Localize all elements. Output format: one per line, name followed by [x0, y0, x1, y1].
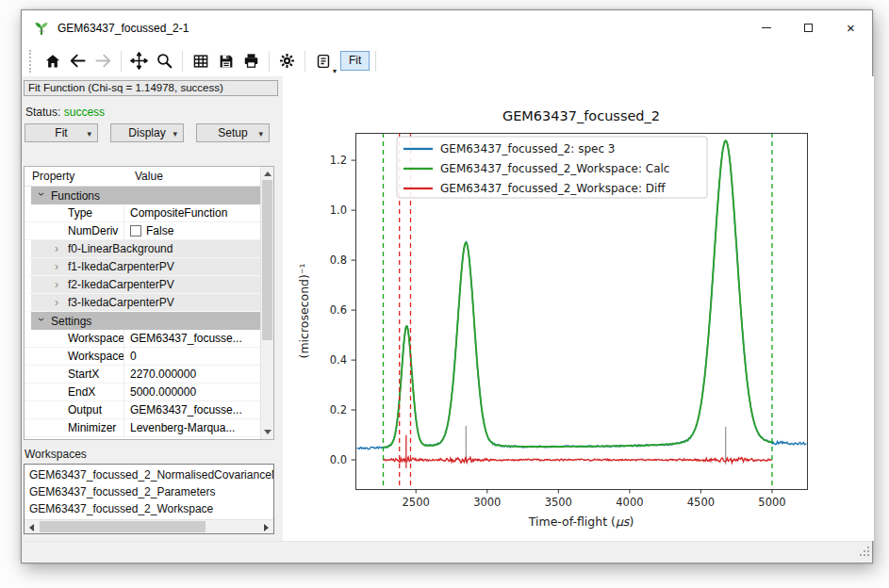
printer-icon [242, 52, 260, 70]
save-icon [218, 53, 235, 70]
property-row[interactable]: Workspace GEM63437_focusse... [25, 330, 260, 348]
grid-icon [192, 53, 209, 70]
expand-icon[interactable]: › [35, 192, 48, 200]
collapse-icon[interactable]: › [55, 296, 62, 309]
function-row[interactable]: › f1-IkedaCarpenterPV [25, 258, 260, 276]
minimize-button[interactable] [745, 10, 787, 45]
fit-panel-buttons: Fit ▾ Display ▾ Setup ▾ [25, 123, 270, 142]
customize-button[interactable] [274, 48, 300, 74]
property-row[interactable]: EndX 5000.000000 [25, 384, 260, 401]
property-row[interactable]: Workspace ... 0 [25, 348, 260, 366]
status-bar [22, 541, 872, 563]
property-name: StartX [25, 368, 123, 381]
scroll-right-icon[interactable] [264, 524, 269, 531]
legend-entry: GEM63437_focussed_2: spec 3 [440, 142, 615, 155]
y-tick-label: 0.0 [330, 453, 347, 466]
home-button[interactable] [40, 48, 65, 74]
workspace-list-item[interactable]: GEM63437_focussed_2_Workspace [25, 500, 273, 517]
collapse-icon[interactable]: › [55, 242, 62, 255]
back-button[interactable] [65, 48, 91, 74]
setup-dropdown-button[interactable]: Setup ▾ [196, 123, 270, 142]
generate-script-button[interactable]: ▾ [310, 48, 336, 74]
window-title: GEM63437_focussed_2-1 [58, 22, 189, 35]
close-icon: × [847, 21, 855, 35]
property-value[interactable]: 0 [123, 348, 260, 366]
maximize-button[interactable] [787, 10, 830, 45]
x-tick-label: 3000 [473, 496, 501, 509]
property-row[interactable]: NumDeriv False [25, 222, 260, 240]
fit-toolbar-button[interactable]: Fit [340, 51, 370, 71]
property-table-header: Property Value [25, 167, 273, 187]
resize-grip[interactable] [860, 543, 869, 560]
chevron-down-icon: ▾ [173, 129, 177, 139]
property-value[interactable]: Levenberg-Marqua... [123, 419, 260, 437]
pan-button[interactable] [126, 48, 152, 74]
fit-panel-header[interactable]: Fit Function (Chi-sq = 1.14978, success) [24, 80, 278, 96]
plot-legend[interactable]: GEM63437_focussed_2: spec 3GEM63437_focu… [397, 137, 707, 198]
list-horizontal-scrollbar[interactable] [25, 519, 273, 533]
property-row[interactable]: StartX 2270.000000 [25, 366, 260, 384]
collapse-icon[interactable]: › [55, 278, 62, 291]
fit-function-panel: Fit Function (Chi-sq = 1.14978, success)… [22, 76, 283, 541]
forward-icon [94, 52, 112, 70]
fit-dropdown-button[interactable]: Fit ▾ [25, 123, 98, 142]
workspace-list-item[interactable]: GEM63437_focussed_2_NormalisedCovariance… [25, 466, 273, 483]
scrollbar-thumb[interactable] [262, 180, 272, 340]
workspaces-label: Workspaces [25, 448, 87, 461]
function-row[interactable]: › f3-IkedaCarpenterPV [25, 294, 260, 312]
x-tick-label: 4500 [687, 496, 715, 509]
legend-entry: GEM63437_focussed_2_Workspace: Diff [440, 182, 666, 195]
scrollbar-thumb[interactable] [40, 521, 206, 532]
property-row[interactable]: Minimizer Levenberg-Marqua... [25, 419, 260, 437]
toolbar-drag-handle[interactable] [29, 50, 32, 73]
property-value[interactable]: GEM63437_focusse... [123, 401, 260, 419]
property-row[interactable]: Output GEM63437_focusse... [25, 401, 260, 419]
workspaces-list: GEM63437_focussed_2_NormalisedCovariance… [24, 464, 274, 534]
expand-icon[interactable]: › [35, 318, 48, 325]
forward-button [91, 48, 116, 74]
save-button[interactable] [213, 48, 239, 74]
title-bar[interactable]: GEM63437_focussed_2-1 × [22, 10, 872, 45]
zoom-button[interactable] [152, 48, 177, 74]
property-row[interactable]: Type CompositeFunction [25, 204, 260, 222]
property-value[interactable]: False [123, 222, 260, 240]
display-dropdown-button[interactable]: Display ▾ [110, 123, 184, 142]
home-icon [44, 53, 61, 70]
scroll-down-icon[interactable] [264, 430, 272, 434]
mantid-logo-icon [34, 21, 49, 36]
table-vertical-scrollbar[interactable] [260, 167, 273, 439]
legend-entry: GEM63437_focussed_2_Workspace: Calc [440, 162, 669, 175]
function-row[interactable]: › f2-IkedaCarpenterPV [25, 276, 260, 294]
function-row[interactable]: › f0-LinearBackground [25, 240, 260, 258]
y-axis-label: (microsecond)⁻¹ [297, 264, 311, 359]
group-row-functions[interactable]: › Functions [25, 187, 260, 204]
x-tick-label: 3500 [545, 496, 572, 509]
property-value[interactable]: GEM63437_focusse... [123, 330, 260, 348]
x-tick-label: 5000 [758, 496, 785, 509]
print-button[interactable] [239, 48, 264, 74]
x-tick-label: 4000 [616, 496, 643, 509]
fit-status: Status: success [25, 106, 105, 119]
property-value[interactable]: CompositeFunction [123, 204, 260, 222]
back-icon [69, 52, 87, 70]
column-header-value: Value [131, 167, 163, 186]
status-value: success [64, 106, 105, 119]
checkbox[interactable] [130, 225, 141, 237]
fit-plot-canvas[interactable]: GEM63437_focussed_2250030003500400045005… [283, 76, 874, 541]
chevron-down-icon: ▾ [333, 67, 337, 75]
property-value[interactable]: 5000.000000 [123, 384, 260, 401]
property-name: Minimizer [25, 421, 123, 434]
app-window: GEM63437_focussed_2-1 × ▾ Fit Fit Functi… [21, 9, 873, 564]
group-row-settings[interactable]: › Settings [25, 312, 260, 330]
grid-button[interactable] [188, 48, 213, 74]
workspace-list-item[interactable]: GEM63437_focussed_2_Parameters [25, 483, 273, 500]
toolbar-separator [121, 51, 122, 72]
scroll-up-icon[interactable] [264, 172, 272, 176]
close-button[interactable]: × [830, 10, 872, 45]
scroll-left-icon[interactable] [29, 524, 34, 531]
collapse-icon[interactable]: › [55, 260, 62, 273]
property-value[interactable]: 2270.000000 [123, 366, 260, 384]
property-name: EndX [25, 385, 123, 399]
toolbar-separator [269, 51, 270, 72]
toolbar-separator [182, 51, 183, 72]
